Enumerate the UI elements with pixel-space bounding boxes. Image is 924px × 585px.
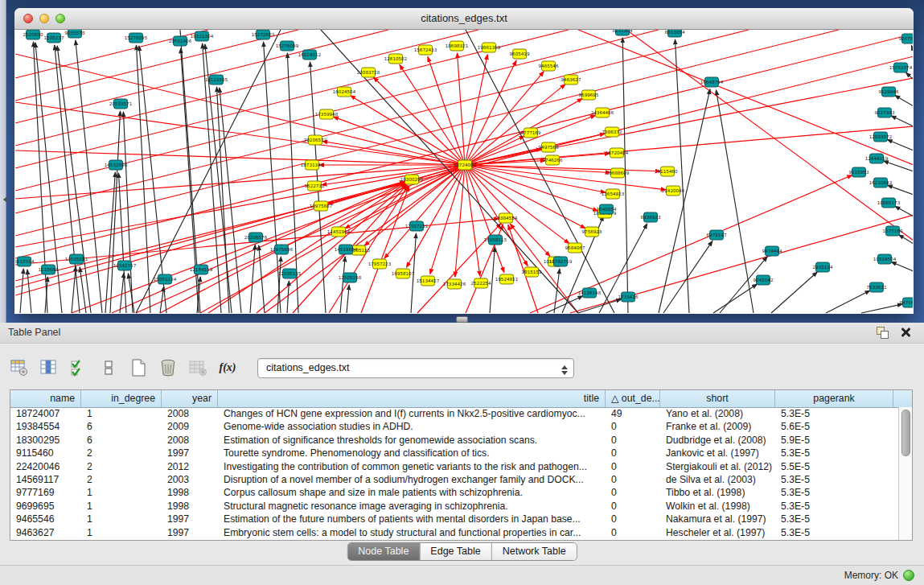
red-edge[interactable]	[428, 57, 465, 165]
black-edge[interactable]	[895, 206, 913, 216]
teal-node[interactable]: 1505237	[44, 33, 64, 43]
red-edge[interactable]	[15, 165, 465, 199]
table-cell[interactable]: 1998	[162, 500, 218, 513]
teal-node[interactable]: 2935114	[813, 262, 833, 272]
table-cell[interactable]: Investigating the contribution of common…	[218, 460, 606, 473]
black-edge[interactable]	[899, 235, 913, 244]
table-cell[interactable]: 1	[81, 500, 162, 513]
teal-node[interactable]: 9474444	[762, 246, 782, 256]
tab-edge-table[interactable]: Edge Table	[419, 543, 491, 560]
table-cell[interactable]: 5.3E-5	[775, 407, 893, 420]
red-edge[interactable]	[465, 165, 598, 211]
table-cell[interactable]: 6	[81, 434, 162, 447]
table-cell[interactable]: 9699695	[10, 500, 81, 513]
red-edge[interactable]	[200, 165, 465, 313]
table-cell[interactable]: Corpus callosum shape and size in male p…	[218, 486, 606, 499]
table-cell[interactable]: Dudbridge et al. (2008)	[660, 434, 775, 447]
table-row[interactable]: 969969511998Structural magnetic resonanc…	[10, 500, 899, 513]
column-header-short[interactable]: short	[660, 390, 775, 407]
table-cell[interactable]: Franke et al. (2009)	[660, 420, 775, 433]
teal-node[interactable]: 15276099	[276, 41, 299, 51]
table-cell[interactable]: 2008	[162, 434, 218, 447]
red-edge[interactable]	[15, 30, 388, 123]
table-cell[interactable]: Tibbo et al. (1998)	[660, 486, 775, 499]
teal-node[interactable]: 18311304	[191, 31, 214, 41]
teal-node[interactable]: 20533571	[109, 99, 133, 109]
table-cell[interactable]: Jankovic et al. (1997)	[660, 447, 775, 459]
table-cell[interactable]: 0	[606, 447, 660, 459]
rows-icon[interactable]	[99, 358, 118, 377]
black-edge[interactable]	[861, 304, 902, 313]
table-cell[interactable]: de Silva et al. (2003)	[660, 473, 775, 486]
table-cell[interactable]: 9777169	[10, 486, 81, 499]
column-header-in_degree[interactable]: in_degree	[81, 390, 162, 407]
table-cell[interactable]: 2012	[162, 460, 218, 473]
red-edge[interactable]	[465, 165, 585, 229]
yellow-node[interactable]: 7386372	[602, 127, 622, 137]
yellow-node[interactable]: 9622732	[305, 181, 325, 191]
table-cell[interactable]: 5.3E-5	[775, 513, 893, 525]
black-edge[interactable]	[578, 299, 621, 313]
table-cell[interactable]: 1998	[162, 486, 218, 499]
table-cell[interactable]: Structural magnetic resonance image aver…	[218, 500, 606, 513]
yellow-node[interactable]: 19524851	[495, 274, 519, 284]
yellow-node[interactable]: 9497568	[539, 142, 559, 152]
yellow-node[interactable]: 12610582	[384, 54, 407, 64]
table-cell[interactable]: 1	[81, 513, 162, 525]
column-header-out_de[interactable]: △ out_de...	[606, 390, 660, 407]
black-edge[interactable]	[250, 245, 255, 313]
yellow-node[interactable]: 9463627	[561, 75, 581, 84]
yellow-node[interactable]: 19861369	[478, 43, 501, 52]
teal-node[interactable]: 2520600	[23, 30, 43, 39]
teal-node[interactable]: 12505198	[339, 273, 362, 282]
table-cell[interactable]: 19384554	[10, 420, 81, 433]
table-row[interactable]: 2242004622012Investigating the contribut…	[10, 460, 899, 473]
red-edge[interactable]	[15, 30, 749, 213]
table-row[interactable]: 1872400712008Changes of HCN gene express…	[10, 407, 899, 420]
table-cell[interactable]: 6	[81, 420, 162, 433]
table-cell[interactable]: 1	[81, 486, 162, 499]
red-edge[interactable]	[15, 30, 839, 236]
yellow-node[interactable]: 22420046	[662, 186, 685, 196]
table-cell[interactable]: 5.5E-5	[775, 460, 893, 473]
red-edge[interactable]	[465, 165, 569, 244]
checklist-icon[interactable]	[69, 358, 88, 377]
teal-node[interactable]: 9129946	[879, 87, 899, 97]
teal-node[interactable]: 1115686	[39, 265, 59, 274]
table-cell[interactable]: 0	[606, 420, 660, 433]
table-cell[interactable]: 1997	[162, 526, 218, 539]
red-edge[interactable]	[265, 165, 465, 313]
table-row[interactable]: 911546021997Tourette syndrome. Phenomeno…	[10, 447, 899, 459]
table-cell[interactable]: 5.3E-5	[775, 447, 893, 459]
red-edge[interactable]	[15, 34, 913, 258]
teal-node[interactable]: 9215953	[849, 167, 869, 177]
black-edge[interactable]	[663, 241, 713, 313]
table-cell[interactable]: 0	[606, 500, 660, 513]
black-edge[interactable]	[826, 290, 870, 313]
yellow-node[interactable]: 1815152	[522, 267, 542, 277]
black-edge[interactable]	[911, 45, 913, 51]
network-window-titlebar[interactable]: citations_edges.txt	[14, 8, 914, 30]
table-cell[interactable]: 5.3E-5	[775, 526, 893, 539]
column-header-title[interactable]: title	[218, 390, 606, 407]
yellow-node[interactable]: 17957223	[368, 259, 392, 269]
yellow-node[interactable]: 18698321	[446, 41, 469, 51]
table-row[interactable]: 1938455462009Genome-wide association stu…	[10, 420, 899, 433]
new-file-icon[interactable]	[129, 358, 148, 377]
table-row[interactable]: 1456911722003Disruption of a novel membe…	[10, 473, 899, 486]
tab-network-table[interactable]: Network Table	[491, 543, 577, 560]
close-icon[interactable]	[900, 327, 911, 338]
table-cell[interactable]: 18724007	[10, 407, 81, 420]
black-edge[interactable]	[891, 262, 913, 271]
black-edge[interactable]	[340, 257, 345, 313]
red-edge[interactable]	[15, 165, 465, 247]
table-cell[interactable]: 5.3E-5	[775, 500, 893, 513]
table-cell[interactable]: 18300295	[10, 434, 81, 447]
network-canvas[interactable]: 1872400718731343202065721735994816024504…	[15, 30, 913, 314]
table-cell[interactable]: 0	[606, 473, 660, 486]
black-edge[interactable]	[76, 40, 102, 313]
column-header-pagerank[interactable]: pagerank	[775, 390, 893, 407]
table-row[interactable]: 977716911998Corpus callosum shape and si…	[10, 486, 899, 499]
table-row[interactable]: 1830029562008Estimation of significance …	[10, 434, 899, 447]
float-window-icon[interactable]	[877, 327, 889, 339]
